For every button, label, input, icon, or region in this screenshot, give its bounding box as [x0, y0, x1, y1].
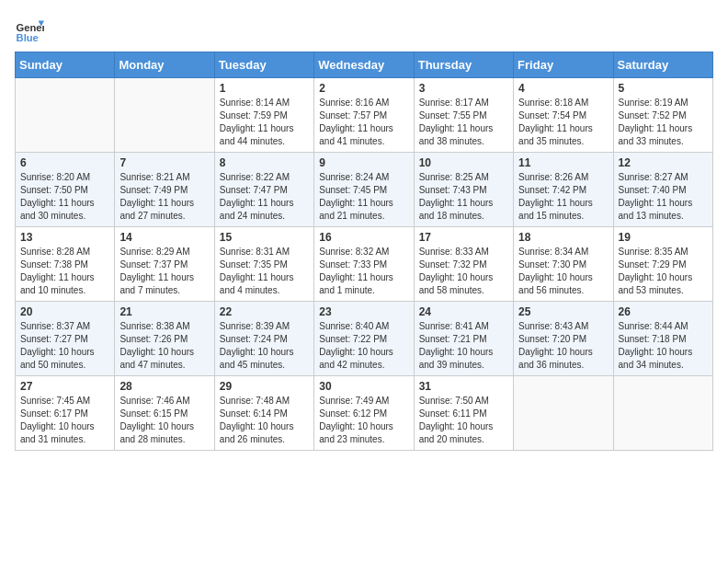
calendar-header-row: SundayMondayTuesdayWednesdayThursdayFrid…: [16, 52, 713, 78]
calendar-cell: [115, 78, 214, 153]
calendar-table: SundayMondayTuesdayWednesdayThursdayFrid…: [15, 52, 713, 451]
day-number: 9: [319, 156, 408, 169]
day-info: Sunrise: 8:24 AM Sunset: 7:45 PM Dayligh…: [319, 171, 408, 223]
day-info: Sunrise: 8:17 AM Sunset: 7:55 PM Dayligh…: [419, 97, 508, 148]
calendar-cell: 20Sunrise: 8:37 AM Sunset: 7:27 PM Dayli…: [16, 302, 115, 376]
calendar-cell: 6Sunrise: 8:20 AM Sunset: 7:50 PM Daylig…: [16, 153, 115, 227]
day-info: Sunrise: 8:26 AM Sunset: 7:42 PM Dayligh…: [518, 171, 608, 223]
column-header-saturday: Saturday: [613, 52, 712, 78]
day-number: 29: [220, 380, 309, 393]
day-number: 21: [119, 305, 209, 318]
day-info: Sunrise: 8:32 AM Sunset: 7:33 PM Dayligh…: [319, 246, 408, 297]
day-info: Sunrise: 8:14 AM Sunset: 7:59 PM Dayligh…: [220, 97, 309, 148]
day-info: Sunrise: 8:27 AM Sunset: 7:40 PM Dayligh…: [619, 171, 708, 223]
calendar-cell: [16, 78, 115, 153]
day-number: 6: [20, 156, 109, 169]
day-info: Sunrise: 8:34 AM Sunset: 7:30 PM Dayligh…: [518, 246, 608, 297]
calendar-cell: 8Sunrise: 8:22 AM Sunset: 7:47 PM Daylig…: [214, 153, 313, 227]
day-number: 25: [518, 305, 608, 318]
calendar-week-row: 13Sunrise: 8:28 AM Sunset: 7:38 PM Dayli…: [16, 227, 713, 302]
day-number: 7: [119, 156, 209, 169]
day-info: Sunrise: 8:40 AM Sunset: 7:22 PM Dayligh…: [319, 320, 408, 372]
day-info: Sunrise: 8:44 AM Sunset: 7:18 PM Dayligh…: [619, 320, 708, 372]
day-number: 12: [619, 156, 708, 169]
calendar-week-row: 20Sunrise: 8:37 AM Sunset: 7:27 PM Dayli…: [16, 302, 713, 376]
day-info: Sunrise: 8:37 AM Sunset: 7:27 PM Dayligh…: [20, 320, 109, 372]
calendar-cell: 21Sunrise: 8:38 AM Sunset: 7:26 PM Dayli…: [115, 302, 214, 376]
calendar-cell: [613, 376, 712, 451]
day-number: 11: [518, 156, 608, 169]
calendar-cell: 30Sunrise: 7:49 AM Sunset: 6:12 PM Dayli…: [314, 376, 414, 451]
day-number: 3: [419, 82, 508, 95]
calendar-cell: [514, 376, 613, 451]
day-info: Sunrise: 8:39 AM Sunset: 7:24 PM Dayligh…: [220, 320, 309, 372]
day-number: 1: [220, 82, 309, 95]
calendar-cell: 22Sunrise: 8:39 AM Sunset: 7:24 PM Dayli…: [214, 302, 313, 376]
day-number: 19: [619, 231, 708, 244]
calendar-cell: 25Sunrise: 8:43 AM Sunset: 7:20 PM Dayli…: [514, 302, 613, 376]
day-info: Sunrise: 8:33 AM Sunset: 7:32 PM Dayligh…: [419, 246, 508, 297]
day-number: 23: [319, 305, 408, 318]
calendar-cell: 18Sunrise: 8:34 AM Sunset: 7:30 PM Dayli…: [514, 227, 613, 302]
day-number: 30: [319, 380, 408, 393]
calendar-week-row: 1Sunrise: 8:14 AM Sunset: 7:59 PM Daylig…: [16, 78, 713, 153]
day-info: Sunrise: 7:46 AM Sunset: 6:15 PM Dayligh…: [119, 395, 209, 446]
day-number: 13: [20, 231, 109, 244]
column-header-thursday: Thursday: [414, 52, 513, 78]
calendar-cell: 10Sunrise: 8:25 AM Sunset: 7:43 PM Dayli…: [414, 153, 513, 227]
column-header-monday: Monday: [115, 52, 214, 78]
page-header: General Blue: [15, 15, 713, 44]
column-header-wednesday: Wednesday: [314, 52, 414, 78]
calendar-cell: 15Sunrise: 8:31 AM Sunset: 7:35 PM Dayli…: [214, 227, 313, 302]
calendar-cell: 19Sunrise: 8:35 AM Sunset: 7:29 PM Dayli…: [613, 227, 712, 302]
day-number: 10: [419, 156, 508, 169]
day-number: 4: [518, 82, 608, 95]
day-info: Sunrise: 8:41 AM Sunset: 7:21 PM Dayligh…: [419, 320, 508, 372]
calendar-week-row: 27Sunrise: 7:45 AM Sunset: 6:17 PM Dayli…: [16, 376, 713, 451]
calendar-cell: 24Sunrise: 8:41 AM Sunset: 7:21 PM Dayli…: [414, 302, 513, 376]
day-info: Sunrise: 7:45 AM Sunset: 6:17 PM Dayligh…: [20, 395, 109, 446]
calendar-cell: 5Sunrise: 8:19 AM Sunset: 7:52 PM Daylig…: [613, 78, 712, 153]
day-number: 26: [619, 305, 708, 318]
day-info: Sunrise: 8:31 AM Sunset: 7:35 PM Dayligh…: [220, 246, 309, 297]
day-number: 8: [220, 156, 309, 169]
calendar-cell: 3Sunrise: 8:17 AM Sunset: 7:55 PM Daylig…: [414, 78, 513, 153]
day-info: Sunrise: 8:19 AM Sunset: 7:52 PM Dayligh…: [619, 97, 708, 148]
day-info: Sunrise: 8:16 AM Sunset: 7:57 PM Dayligh…: [319, 97, 408, 148]
day-info: Sunrise: 8:21 AM Sunset: 7:49 PM Dayligh…: [119, 171, 209, 223]
logo: General Blue: [15, 15, 44, 44]
day-number: 22: [220, 305, 309, 318]
calendar-cell: 29Sunrise: 7:48 AM Sunset: 6:14 PM Dayli…: [214, 376, 313, 451]
day-info: Sunrise: 8:43 AM Sunset: 7:20 PM Dayligh…: [518, 320, 608, 372]
day-info: Sunrise: 8:25 AM Sunset: 7:43 PM Dayligh…: [419, 171, 508, 223]
calendar-cell: 7Sunrise: 8:21 AM Sunset: 7:49 PM Daylig…: [115, 153, 214, 227]
day-number: 27: [20, 380, 109, 393]
day-number: 16: [319, 231, 408, 244]
calendar-cell: 14Sunrise: 8:29 AM Sunset: 7:37 PM Dayli…: [115, 227, 214, 302]
calendar-cell: 27Sunrise: 7:45 AM Sunset: 6:17 PM Dayli…: [16, 376, 115, 451]
day-info: Sunrise: 8:29 AM Sunset: 7:37 PM Dayligh…: [119, 246, 209, 297]
calendar-cell: 26Sunrise: 8:44 AM Sunset: 7:18 PM Dayli…: [613, 302, 712, 376]
calendar-cell: 9Sunrise: 8:24 AM Sunset: 7:45 PM Daylig…: [314, 153, 414, 227]
day-number: 15: [220, 231, 309, 244]
day-number: 18: [518, 231, 608, 244]
calendar-cell: 17Sunrise: 8:33 AM Sunset: 7:32 PM Dayli…: [414, 227, 513, 302]
day-number: 14: [119, 231, 209, 244]
calendar-cell: 13Sunrise: 8:28 AM Sunset: 7:38 PM Dayli…: [16, 227, 115, 302]
day-number: 2: [319, 82, 408, 95]
day-number: 24: [419, 305, 508, 318]
day-info: Sunrise: 8:38 AM Sunset: 7:26 PM Dayligh…: [119, 320, 209, 372]
svg-text:Blue: Blue: [17, 32, 39, 43]
calendar-cell: 12Sunrise: 8:27 AM Sunset: 7:40 PM Dayli…: [613, 153, 712, 227]
column-header-tuesday: Tuesday: [214, 52, 313, 78]
day-info: Sunrise: 7:50 AM Sunset: 6:11 PM Dayligh…: [419, 395, 508, 446]
calendar-cell: 1Sunrise: 8:14 AM Sunset: 7:59 PM Daylig…: [214, 78, 313, 153]
day-number: 28: [119, 380, 209, 393]
day-info: Sunrise: 8:28 AM Sunset: 7:38 PM Dayligh…: [20, 246, 109, 297]
calendar-cell: 11Sunrise: 8:26 AM Sunset: 7:42 PM Dayli…: [514, 153, 613, 227]
calendar-cell: 2Sunrise: 8:16 AM Sunset: 7:57 PM Daylig…: [314, 78, 414, 153]
day-number: 31: [419, 380, 508, 393]
day-info: Sunrise: 8:22 AM Sunset: 7:47 PM Dayligh…: [220, 171, 309, 223]
day-number: 5: [619, 82, 708, 95]
column-header-friday: Friday: [514, 52, 613, 78]
